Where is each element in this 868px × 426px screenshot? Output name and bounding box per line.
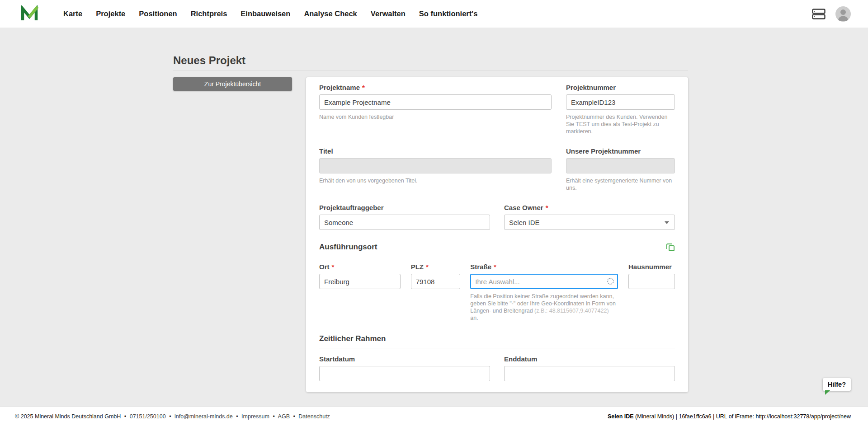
- app-logo[interactable]: [20, 5, 38, 23]
- copyright-text: © 2025 Mineral Minds Deutschland GmbH: [15, 413, 121, 420]
- projektnummer-label-text: Projektnummer: [566, 84, 616, 91]
- required-marker: *: [362, 84, 365, 91]
- strasse-hint-suffix: an.: [470, 315, 478, 321]
- nav-item-so-funktionierts[interactable]: So funktioniert's: [419, 9, 478, 18]
- unsere-projektnummer-input: [566, 158, 675, 173]
- section-zeitlicher-rahmen: Zeitlicher Rahmen: [319, 334, 675, 348]
- titel-hint: Erhält den von uns vorgegebenen Titel.: [319, 177, 552, 184]
- required-marker: *: [494, 263, 496, 271]
- footer: © 2025 Mineral Minds Deutschland GmbH • …: [0, 407, 868, 426]
- title-divider: [173, 70, 688, 70]
- projektnummer-hint: Projektnummer des Kunden. Verwenden Sie …: [566, 113, 675, 135]
- field-ort: Ort*: [319, 263, 401, 289]
- required-marker: *: [546, 204, 548, 211]
- titel-label-text: Titel: [319, 147, 333, 155]
- main-nav: Karte Projekte Positionen Richtpreis Ein…: [63, 9, 477, 18]
- top-navigation-bar: Karte Projekte Positionen Richtpreis Ein…: [0, 0, 868, 28]
- required-marker: *: [332, 263, 335, 271]
- nav-item-verwalten[interactable]: Verwalten: [371, 9, 406, 18]
- plz-label: PLZ*: [411, 263, 460, 271]
- help-label: Hilfe?: [828, 381, 846, 388]
- unsere-projektnummer-label-text: Unsere Projektnummer: [566, 147, 641, 155]
- field-hausnummer: Hausnummer: [628, 263, 675, 289]
- projektname-input[interactable]: [319, 94, 552, 110]
- hausnummer-input[interactable]: [628, 274, 675, 289]
- footer-left: © 2025 Mineral Minds Deutschland GmbH • …: [15, 413, 330, 420]
- footer-separator: •: [293, 413, 295, 420]
- unsere-projektnummer-hint: Erhält eine systemgenerierte Nummer von …: [566, 177, 675, 192]
- hausnummer-label: Hausnummer: [628, 263, 675, 271]
- footer-separator: •: [124, 413, 126, 420]
- logo-icon: [20, 5, 38, 23]
- strasse-label: Straße*: [470, 263, 618, 271]
- ort-input[interactable]: [319, 274, 401, 289]
- strasse-input[interactable]: [470, 274, 618, 289]
- copy-icon[interactable]: [666, 243, 675, 252]
- projektname-label-text: Projektname: [319, 84, 360, 91]
- case-owner-label: Case Owner*: [504, 204, 675, 211]
- projektname-hint: Name vom Kunden festlegbar: [319, 113, 552, 121]
- section-ausfuehrungsort: Ausführungsort: [319, 243, 675, 252]
- session-user: Selen IDE: [608, 413, 634, 420]
- main-content: Neues Projekt Zur Projektübersicht Proje…: [0, 28, 868, 407]
- projektnummer-input[interactable]: [566, 94, 675, 110]
- strasse-input-wrap: [470, 274, 618, 289]
- user-avatar[interactable]: [835, 6, 851, 22]
- field-startdatum: Startdatum: [319, 356, 490, 381]
- projektauftraggeber-label: Projektauftraggeber: [319, 204, 490, 211]
- nav-item-analyse-check[interactable]: Analyse Check: [304, 9, 357, 18]
- projektnummer-label: Projektnummer: [566, 84, 675, 91]
- zeitlicher-rahmen-heading: Zeitlicher Rahmen: [319, 334, 675, 343]
- footer-phone-link[interactable]: 07151/250100: [130, 413, 166, 420]
- enddatum-label-text: Enddatum: [504, 355, 537, 363]
- ausfuehrungsort-heading: Ausführungsort: [319, 243, 377, 252]
- topbar-right: [812, 6, 851, 22]
- strasse-hint-example: (z.B.: 48.8115607,9.4077422): [534, 308, 609, 314]
- footer-email-link[interactable]: info@mineral-minds.de: [175, 413, 233, 420]
- footer-link-agb[interactable]: AGB: [278, 413, 290, 420]
- help-bubble-tail: [825, 390, 830, 395]
- project-form-card: Projektname* Name vom Kunden festlegbar …: [306, 77, 688, 392]
- footer-separator: •: [169, 413, 171, 420]
- footer-right: Selen IDE (Mineral Minds) | 16fae1ffc6a6…: [608, 413, 851, 420]
- zeitlicher-rahmen-divider: [319, 348, 675, 348]
- footer-link-impressum[interactable]: Impressum: [241, 413, 269, 420]
- case-owner-select[interactable]: Selen IDE: [504, 215, 675, 230]
- nav-item-karte[interactable]: Karte: [63, 9, 82, 18]
- session-info: (Mineral Minds) | 16fae1ffc6a6 | URL of …: [634, 413, 851, 420]
- field-projektauftraggeber: Projektauftraggeber: [319, 204, 490, 230]
- form-row-name-number: Projektname* Name vom Kunden festlegbar …: [319, 84, 675, 135]
- titel-label: Titel: [319, 148, 552, 155]
- field-strasse: Straße* Falls die Position keiner Straße…: [470, 263, 618, 322]
- content-container: Neues Projekt Zur Projektübersicht Proje…: [173, 28, 688, 392]
- chevron-down-icon: [665, 221, 669, 224]
- nav-item-projekte[interactable]: Projekte: [96, 9, 125, 18]
- projektauftraggeber-label-text: Projektauftraggeber: [319, 204, 384, 211]
- help-button[interactable]: Hilfe?: [823, 378, 851, 391]
- startdatum-input[interactable]: [319, 366, 490, 381]
- strasse-label-text: Straße: [470, 263, 491, 271]
- required-marker: *: [426, 263, 429, 271]
- left-column: Zur Projektübersicht: [173, 77, 292, 91]
- form-row-dates: Startdatum Enddatum: [319, 356, 675, 381]
- projektauftraggeber-input[interactable]: [319, 215, 490, 230]
- form-row-titel: Titel Erhält den von uns vorgegebenen Ti…: [319, 148, 675, 192]
- page-title: Neues Projekt: [173, 54, 688, 67]
- field-titel: Titel Erhält den von uns vorgegebenen Ti…: [319, 148, 552, 184]
- unsere-projektnummer-label: Unsere Projektnummer: [566, 148, 675, 155]
- field-enddatum: Enddatum: [504, 356, 675, 381]
- footer-link-datenschutz[interactable]: Datenschutz: [298, 413, 330, 420]
- strasse-hint: Falls die Position keiner Straße zugeord…: [470, 293, 618, 322]
- back-to-projects-button[interactable]: Zur Projektübersicht: [173, 77, 292, 91]
- server-icon[interactable]: [812, 9, 826, 19]
- nav-item-einbauweisen[interactable]: Einbauweisen: [241, 9, 290, 18]
- field-plz: PLZ*: [411, 263, 460, 289]
- enddatum-input[interactable]: [504, 366, 675, 381]
- titel-input: [319, 158, 552, 173]
- plz-input[interactable]: [411, 274, 460, 289]
- nav-item-richtpreis[interactable]: Richtpreis: [191, 9, 227, 18]
- case-owner-value: Selen IDE: [509, 219, 540, 226]
- nav-item-positionen[interactable]: Positionen: [139, 9, 177, 18]
- ort-label-text: Ort: [319, 263, 330, 271]
- startdatum-label: Startdatum: [319, 356, 490, 363]
